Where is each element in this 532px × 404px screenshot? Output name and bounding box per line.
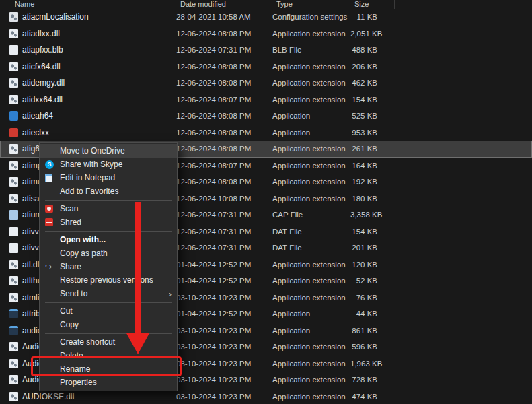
- menu-item-send-to[interactable]: Send to›: [40, 287, 177, 300]
- menu-separator: [45, 333, 172, 334]
- file-size: 488 KB: [350, 46, 395, 54]
- skype-icon: S: [45, 160, 54, 169]
- file-type: CAP File: [272, 211, 350, 219]
- file-type: Application: [272, 310, 350, 318]
- menu-item-label: Copy as path: [60, 248, 108, 258]
- dll-file-icon: [9, 29, 18, 38]
- file-row[interactable]: atidemgy.dll12-06-2024 08:08 PMApplicati…: [0, 75, 532, 92]
- dll-file-icon: [9, 276, 18, 285]
- dll-file-icon: [9, 375, 18, 384]
- file-type: Application extension: [272, 63, 350, 71]
- file-date-modified: 01-04-2024 12:52 PM: [176, 310, 272, 318]
- file-date-modified: 03-10-2024 10:23 PM: [176, 294, 272, 302]
- notepad-icon-slot: [45, 174, 60, 182]
- file-type: Application extension: [272, 360, 350, 368]
- menu-separator: [45, 231, 172, 232]
- menu-item-copy-as-path[interactable]: Copy as path: [40, 246, 177, 260]
- file-row[interactable]: atieah6412-06-2024 08:08 PMApplication52…: [0, 108, 532, 125]
- file-size: 462 KB: [350, 79, 395, 87]
- menu-item-share[interactable]: Share: [40, 260, 177, 273]
- menu-item-label: Copy: [60, 320, 79, 329]
- column-header-size[interactable]: Size: [350, 0, 395, 9]
- menu-item-share-with-skype[interactable]: SShare with Skype: [40, 158, 177, 171]
- dll-file-icon: [9, 95, 18, 104]
- app-blue-file-icon: [9, 111, 18, 121]
- file-date-modified: 12-06-2024 08:08 PM: [176, 178, 272, 186]
- column-header-date[interactable]: Date modified: [176, 0, 272, 9]
- dll-file-icon: [9, 392, 18, 401]
- annotation-arrow: [135, 202, 141, 334]
- file-date-modified: 12-06-2024 08:08 PM: [176, 79, 272, 87]
- file-size: 11 KB: [350, 13, 395, 21]
- menu-item-edit-in-notepad[interactable]: Edit in Notepad: [40, 171, 177, 184]
- menu-item-label: Cut: [60, 306, 73, 316]
- file-row[interactable]: atiacmLocalisation28-04-2021 10:58 AMCon…: [0, 9, 532, 26]
- file-row[interactable]: atiadlxx.dll12-06-2024 08:08 PMApplicati…: [0, 26, 532, 42]
- file-name-cell: atiapfxx.blb: [9, 45, 176, 55]
- file-name: atiacmLocalisation: [22, 12, 89, 22]
- menu-item-cut[interactable]: Cut: [40, 304, 177, 318]
- file-type: Application extension: [272, 261, 350, 269]
- menu-item-open-with[interactable]: Open with...: [40, 233, 177, 246]
- file-date-modified: 12-06-2024 07:31 PM: [176, 228, 272, 236]
- file-row[interactable]: atieclxx12-06-2024 08:08 PMApplication95…: [0, 125, 532, 141]
- menu-item-scan[interactable]: Scan: [40, 202, 177, 215]
- file-date-modified: 12-06-2024 07:31 PM: [176, 211, 272, 219]
- file-name-cell: atieclxx: [9, 128, 176, 137]
- menu-item-restore-previous-versions[interactable]: Restore previous versions: [40, 273, 177, 287]
- menu-item-shred[interactable]: Shred: [40, 215, 177, 229]
- file-name-cell: aticfx64.dll: [9, 62, 176, 71]
- file-date-modified: 12-06-2024 08:08 PM: [176, 129, 272, 137]
- dll-file-icon: [9, 293, 18, 302]
- file-date-modified: 12-06-2024 10:08 PM: [176, 195, 272, 203]
- menu-item-properties[interactable]: Properties: [40, 376, 177, 389]
- menu-item-label: Create shortcut: [60, 337, 115, 347]
- file-size: 861 KB: [350, 327, 395, 335]
- file-name-cell: AUDIOKSE.dll: [9, 392, 176, 401]
- scan-icon: [45, 205, 53, 213]
- shred-icon-slot: [45, 218, 60, 226]
- app-red-file-icon: [9, 128, 18, 137]
- scan-icon-slot: [45, 205, 60, 213]
- file-row[interactable]: aticfx64.dll12-06-2024 08:08 PMApplicati…: [0, 59, 532, 75]
- annotation-arrow-head-icon: [126, 333, 149, 354]
- file-type: Application extension: [272, 343, 350, 351]
- file-size: 261 KB: [350, 145, 395, 153]
- file-row[interactable]: atiapfxx.blb12-06-2024 07:31 PMBLB File4…: [0, 42, 532, 59]
- file-date-modified: 03-10-2024 10:23 PM: [176, 360, 272, 368]
- column-header-type[interactable]: Type: [272, 0, 350, 9]
- file-type: Application extension: [272, 96, 350, 104]
- file-name-cell: atiacmLocalisation: [9, 12, 176, 22]
- file-name: attrib: [22, 309, 40, 318]
- file-name: aticfx64.dll: [22, 62, 61, 71]
- dll-file-icon: [9, 161, 18, 170]
- menu-separator: [45, 200, 172, 201]
- file-type: Application extension: [272, 195, 350, 203]
- dll-file-icon: [9, 359, 18, 368]
- menu-item-create-shortcut[interactable]: Create shortcut: [40, 335, 177, 349]
- file-size: 474 KB: [350, 393, 395, 401]
- file-size: 2,051 KB: [350, 30, 395, 38]
- file-date-modified: 01-04-2024 12:52 PM: [176, 277, 272, 285]
- dll-file-icon: [9, 144, 18, 154]
- menu-item-move-to-onedrive[interactable]: Move to OneDrive: [40, 144, 177, 158]
- file-name: atiadlxx.dll: [22, 29, 60, 38]
- page-file-icon: [9, 227, 18, 236]
- column-header-name[interactable]: Name: [9, 0, 176, 9]
- menu-item-label: Share: [60, 262, 81, 271]
- file-date-modified: 03-10-2024 10:23 PM: [176, 376, 272, 384]
- file-name: atl.dll: [22, 260, 41, 269]
- app-dark-file-icon: [9, 326, 18, 335]
- dll-file-icon: [9, 342, 18, 351]
- file-size: 728 KB: [350, 376, 395, 384]
- menu-item-label: Share with Skype: [60, 160, 122, 169]
- file-name-cell: atidxx64.dll: [9, 95, 176, 104]
- file-row[interactable]: atidxx64.dll12-06-2024 08:07 PMApplicati…: [0, 92, 532, 108]
- menu-item-label: Edit in Notepad: [60, 173, 115, 182]
- dll-file-icon: [9, 194, 18, 203]
- file-explorer-window: NameDate modifiedTypeSize atiacmLocalisa…: [0, 0, 532, 404]
- menu-item-copy[interactable]: Copy: [40, 318, 177, 331]
- file-date-modified: 12-06-2024 07:31 PM: [176, 46, 272, 54]
- file-type: Application extension: [272, 162, 350, 170]
- menu-item-add-to-favorites[interactable]: Add to Favorites: [40, 184, 177, 198]
